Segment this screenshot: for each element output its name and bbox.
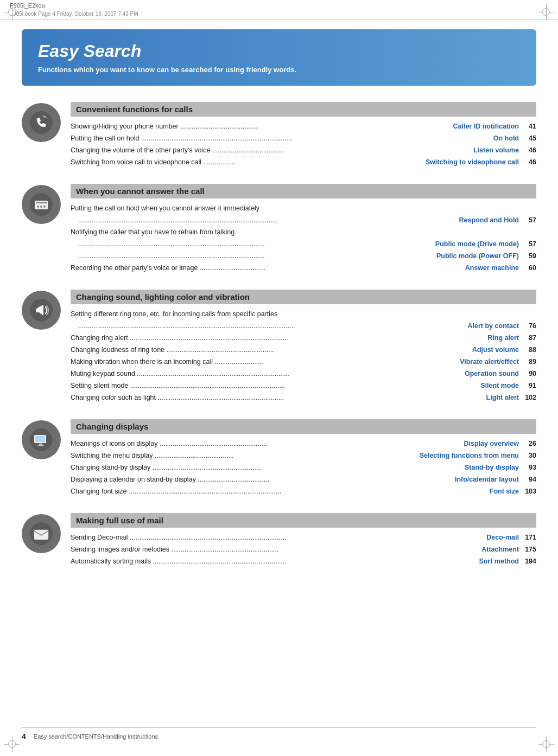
svg-point-0	[30, 111, 53, 134]
section-changing-sound: Changing sound, lighting color and vibra…	[22, 290, 536, 404]
entry-row: Changing font size .....................…	[71, 486, 536, 497]
entry-row: Switching the menu display .............…	[71, 450, 536, 461]
footer-text: Easy search/CONTENTS/Handling instructio…	[34, 733, 158, 740]
entry-row: Displaying a calendar on stand-by displa…	[71, 474, 536, 485]
main-content: Convenient functions for calls Showing/H…	[0, 86, 558, 599]
svg-point-5	[40, 206, 42, 208]
footer-page-number: 4	[22, 732, 26, 741]
entry-row: Changing ring alert ....................…	[71, 332, 536, 343]
section-convenient-calls: Convenient functions for calls Showing/H…	[22, 102, 536, 169]
section-title-convenient-calls: Convenient functions for calls	[71, 102, 536, 117]
answering-icon-circle	[22, 185, 61, 224]
easy-search-header: Easy Search Functions which you want to …	[22, 29, 536, 86]
svg-point-4	[37, 206, 39, 208]
display-icon-circle	[22, 420, 61, 459]
page: F905i_E2kou F905i.book Page 4 Friday, Oc…	[0, 0, 558, 756]
entry-row: Changing the volume of the other party's…	[71, 145, 536, 156]
section-changing-displays: Changing displays Meanings of icons on d…	[22, 419, 536, 498]
display-icon	[29, 428, 53, 452]
section-title-displays: Changing displays	[71, 419, 536, 434]
phone-icon	[29, 111, 53, 134]
entry-row: Showing/Hiding your phone number .......…	[71, 121, 536, 132]
section-making-mail: Making full use of mail Sending Deco-mai…	[22, 513, 536, 568]
entry-row: Putting the call on hold ...............…	[71, 133, 536, 144]
svg-rect-18	[34, 530, 48, 540]
entry-row: ........................................…	[71, 215, 536, 226]
entry-row: ........................................…	[71, 321, 536, 331]
section-making-mail-content: Making full use of mail Sending Deco-mai…	[71, 513, 536, 568]
section-title-cannot-answer: When you cannot answer the call	[71, 184, 536, 198]
filename-label: F905i_E2kou	[0, 0, 558, 11]
corner-bl	[4, 736, 20, 752]
section-changing-displays-content: Changing displays Meanings of icons on d…	[71, 419, 536, 498]
entry-row: Changing loudness of ring tone .........…	[71, 344, 536, 355]
entry-row: Sending images and/or melodies .........…	[71, 544, 536, 555]
section-changing-sound-content: Changing sound, lighting color and vibra…	[71, 290, 536, 404]
section-title-mail: Making full use of mail	[71, 513, 536, 528]
entry-row: Putting the call on hold when you cannot…	[71, 203, 536, 214]
svg-point-6	[43, 206, 46, 208]
svg-rect-10	[35, 436, 45, 442]
mail-icon	[29, 522, 53, 546]
entry-row: Setting different ring tone, etc. for in…	[71, 309, 536, 319]
entry-row: Notifying the caller that you have to re…	[71, 227, 536, 238]
entry-row: ........................................…	[71, 251, 536, 261]
page-subtitle: Functions which you want to know can be …	[38, 66, 520, 74]
phone-icon-circle	[22, 103, 61, 142]
entry-row: Setting silent mode ....................…	[71, 380, 536, 391]
svg-rect-11	[39, 444, 42, 445]
entry-row: Recording the other party's voice or ima…	[71, 262, 536, 273]
corner-tl	[4, 4, 20, 20]
svg-rect-12	[37, 445, 44, 446]
entry-row: ........................................…	[71, 239, 536, 249]
entry-row: Making vibration when there is an incomi…	[71, 356, 536, 367]
answering-icon	[29, 193, 53, 216]
sound-icon	[29, 298, 53, 322]
fileline-label: F905i.book Page 4 Friday, October 19, 20…	[0, 11, 558, 20]
entry-row: Meanings of icons on display ...........…	[71, 438, 536, 449]
entry-row: Changing stand-by display ..............…	[71, 462, 536, 473]
svg-rect-3	[36, 202, 47, 203]
section-cannot-answer: When you cannot answer the call Putting …	[22, 184, 536, 274]
corner-tr	[538, 4, 554, 20]
section-convenient-calls-content: Convenient functions for calls Showing/H…	[71, 102, 536, 169]
entry-row: Automatically sorting mails ............…	[71, 556, 536, 567]
entry-row: Changing color such as light ...........…	[71, 392, 536, 403]
mail-icon-circle	[22, 514, 61, 553]
entry-row: Muting keypad sound ....................…	[71, 368, 536, 379]
page-title: Easy Search	[38, 41, 520, 61]
section-cannot-answer-content: When you cannot answer the call Putting …	[71, 184, 536, 274]
section-title-sound: Changing sound, lighting color and vibra…	[71, 290, 536, 304]
page-footer: 4 Easy search/CONTENTS/Handling instruct…	[22, 727, 536, 741]
corner-br	[538, 736, 554, 752]
sound-icon-circle	[22, 291, 61, 330]
entry-row: Sending Deco-mail ......................…	[71, 532, 536, 543]
entry-row: Switching from voice call to videophone …	[71, 157, 536, 168]
